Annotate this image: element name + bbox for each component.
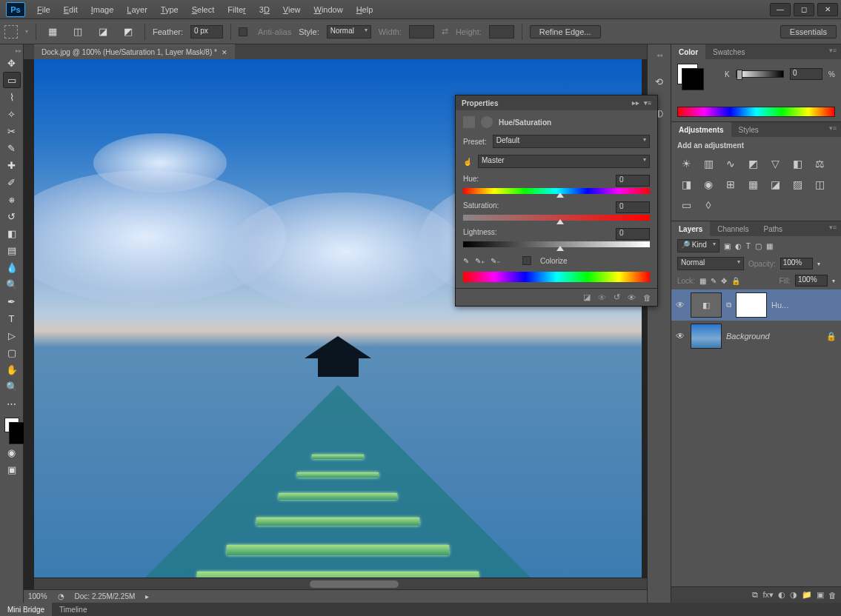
- swatches-tab[interactable]: Swatches: [705, 44, 752, 59]
- fill-input[interactable]: 100%: [795, 275, 828, 287]
- eyedropper-tool-icon[interactable]: ✎: [3, 140, 21, 156]
- filter-pixel-icon[interactable]: ▣: [724, 242, 731, 250]
- channel-dropdown[interactable]: Master: [478, 155, 650, 168]
- threshold-icon[interactable]: ◫: [812, 178, 827, 191]
- color-lookup-icon[interactable]: ▦: [745, 178, 760, 191]
- lock-all-icon[interactable]: 🔒: [731, 277, 740, 285]
- clone-stamp-tool-icon[interactable]: ⎈: [3, 191, 21, 207]
- menu-file[interactable]: File: [31, 2, 56, 17]
- filter-smart-icon[interactable]: ▦: [766, 242, 773, 250]
- link-layers-icon[interactable]: ⧉: [752, 590, 758, 600]
- color-balance-icon[interactable]: ⚖: [812, 157, 827, 170]
- mask-icon[interactable]: ◐: [778, 590, 785, 600]
- group-icon[interactable]: 📁: [802, 590, 812, 600]
- panel-menu-icon[interactable]: ▾≡: [825, 122, 841, 137]
- color-tab[interactable]: Color: [671, 44, 705, 59]
- menu-window[interactable]: Window: [308, 2, 349, 17]
- screen-mode-icon[interactable]: ▣: [3, 461, 21, 478]
- timeline-tab[interactable]: Timeline: [52, 603, 94, 616]
- new-selection-icon[interactable]: ▦: [44, 24, 62, 40]
- menu-image[interactable]: Image: [85, 2, 120, 17]
- delete-icon[interactable]: 🗑: [828, 591, 837, 600]
- filter-kind-dropdown[interactable]: 🔎 Kind: [677, 239, 719, 252]
- paths-tab[interactable]: Paths: [757, 221, 791, 236]
- maximize-button[interactable]: ◻: [794, 3, 814, 16]
- layer-thumb[interactable]: [691, 324, 722, 349]
- document-tab[interactable]: Dock.jpg @ 100% (Hue/Saturation 1, Layer…: [34, 44, 235, 59]
- text-tool-icon[interactable]: T: [3, 310, 21, 327]
- visibility-icon[interactable]: 👁: [676, 300, 686, 310]
- opacity-arrow-icon[interactable]: ▾: [817, 261, 820, 267]
- eraser-tool-icon[interactable]: ◧: [3, 225, 21, 241]
- saturation-value-input[interactable]: 0: [616, 201, 650, 213]
- blur-tool-icon[interactable]: 💧: [3, 259, 21, 275]
- posterize-icon[interactable]: ▨: [790, 178, 805, 191]
- expand-icon[interactable]: ◂◂: [656, 52, 662, 58]
- visibility-icon[interactable]: 👁: [676, 331, 686, 341]
- menu-select[interactable]: Select: [186, 2, 221, 17]
- horizontal-scrollbar[interactable]: [34, 578, 647, 589]
- refine-edge-button[interactable]: Refine Edge...: [530, 25, 601, 38]
- eyedropper-plus-icon[interactable]: ✎₊: [475, 257, 485, 265]
- style-dropdown[interactable]: Normal: [327, 25, 371, 38]
- preset-dropdown[interactable]: Default: [493, 135, 650, 148]
- color-ramp[interactable]: [677, 107, 835, 117]
- menu-3d[interactable]: 3D: [253, 2, 276, 17]
- finger-icon[interactable]: ☝: [463, 158, 472, 166]
- new-layer-icon[interactable]: ▣: [817, 590, 824, 600]
- marquee-tool-icon[interactable]: [4, 25, 18, 38]
- feather-input[interactable]: 0 px: [190, 25, 223, 38]
- saturation-slider[interactable]: [463, 215, 650, 221]
- link-icon[interactable]: ⧉: [726, 301, 731, 309]
- mask-thumb[interactable]: [736, 292, 767, 318]
- levels-icon[interactable]: ▥: [701, 157, 716, 170]
- properties-title-bar[interactable]: Properties ▸▸ ▾≡: [456, 96, 657, 110]
- zoom-level[interactable]: 100%: [28, 592, 47, 600]
- move-tool-icon[interactable]: ✥: [3, 55, 21, 71]
- menu-layer[interactable]: Layer: [121, 2, 153, 17]
- panel-menu-icon[interactable]: ▾≡: [644, 99, 651, 107]
- quickmask-icon[interactable]: ◉: [3, 444, 21, 461]
- hue-sat-icon[interactable]: ◧: [790, 157, 805, 170]
- panel-menu-icon[interactable]: ▾≡: [825, 44, 841, 59]
- lock-transparency-icon[interactable]: ▦: [699, 277, 706, 285]
- gradient-map-icon[interactable]: ▭: [679, 198, 694, 212]
- adjustment-thumb[interactable]: ◧: [691, 292, 722, 318]
- zoom-tool-icon[interactable]: 🔍: [3, 378, 21, 395]
- menu-filter[interactable]: Filter: [222, 2, 251, 17]
- adjustment-icon[interactable]: [463, 116, 475, 128]
- menu-type[interactable]: Type: [155, 2, 185, 17]
- healing-brush-tool-icon[interactable]: ✚: [3, 157, 21, 173]
- filter-type-icon[interactable]: T: [746, 242, 751, 250]
- hue-range-bar[interactable]: [463, 272, 650, 282]
- path-selection-tool-icon[interactable]: ▷: [3, 327, 21, 344]
- exposure-icon[interactable]: ◩: [745, 157, 760, 170]
- blend-mode-dropdown[interactable]: Normal: [677, 257, 744, 270]
- magic-wand-tool-icon[interactable]: ✧: [3, 106, 21, 122]
- minimize-button[interactable]: —: [770, 3, 791, 16]
- intersect-selection-icon[interactable]: ◩: [119, 24, 137, 40]
- k-slider[interactable]: [736, 70, 784, 78]
- layer-row-huesat[interactable]: 👁 ◧ ⧉ Hu...: [671, 289, 841, 321]
- layer-row-background[interactable]: 👁 Background 🔒: [671, 321, 841, 352]
- subtract-selection-icon[interactable]: ◪: [94, 24, 112, 40]
- fill-arrow-icon[interactable]: ▾: [832, 278, 835, 284]
- lasso-tool-icon[interactable]: ⌇: [3, 89, 21, 105]
- edit-toolbar-icon[interactable]: ⋯: [3, 395, 21, 412]
- delete-adjustment-icon[interactable]: 🗑: [643, 293, 651, 302]
- workspace-essentials-button[interactable]: Essentials: [780, 25, 837, 38]
- eyedropper-minus-icon[interactable]: ✎₋: [491, 257, 500, 265]
- menu-edit[interactable]: Edit: [58, 2, 84, 17]
- invert-icon[interactable]: ◪: [768, 178, 782, 191]
- lock-position-icon[interactable]: ✥: [721, 277, 727, 285]
- toggle-visibility-icon[interactable]: 👁: [628, 293, 636, 302]
- brightness-icon[interactable]: ☀: [679, 157, 694, 170]
- bw-icon[interactable]: ◨: [679, 178, 694, 191]
- hue-slider[interactable]: [463, 188, 650, 194]
- hand-tool-icon[interactable]: ✋: [3, 361, 21, 378]
- hue-value-input[interactable]: 0: [616, 175, 650, 187]
- mini-bridge-tab[interactable]: Mini Bridge: [0, 603, 52, 616]
- selective-color-icon[interactable]: ◊: [701, 198, 716, 212]
- antialias-checkbox[interactable]: [239, 27, 247, 36]
- add-selection-icon[interactable]: ◫: [69, 24, 87, 40]
